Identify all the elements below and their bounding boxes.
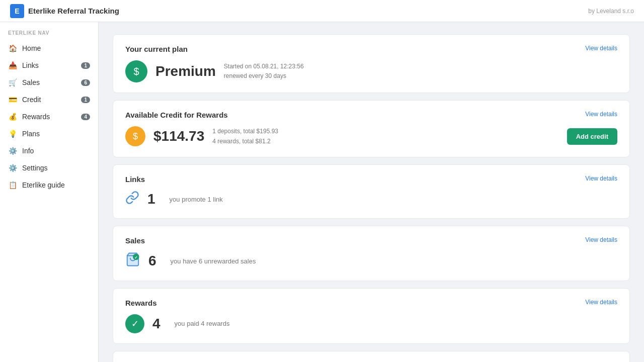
sidebar-home-label: Home bbox=[22, 44, 90, 52]
sidebar-info-label: Info bbox=[22, 147, 90, 155]
links-description: you promote 1 link bbox=[170, 196, 223, 203]
links-card-header: Links View details bbox=[125, 175, 617, 184]
credit-rewards: 4 rewards, total $81.2 bbox=[212, 136, 278, 146]
sales-badge: 6 bbox=[81, 79, 90, 86]
credit-card: Available Credit for Rewards View detail… bbox=[113, 100, 630, 157]
plans-icon: 💡 bbox=[8, 129, 17, 138]
plan-started: Started on 05.08.21, 12:23:56 bbox=[224, 62, 304, 71]
credit-card-title: Available Credit for Rewards bbox=[125, 111, 228, 119]
sidebar-item-rewards[interactable]: 💰 Rewards 4 bbox=[0, 108, 98, 125]
rewards-count: 4 bbox=[152, 316, 160, 332]
app-logo: E Eterlike Referral Tracking bbox=[10, 4, 119, 18]
guide-icon: 📋 bbox=[8, 180, 17, 190]
sales-view-details[interactable]: View details bbox=[585, 236, 617, 243]
sales-card-title: Sales bbox=[125, 236, 145, 245]
links-icon: 📥 bbox=[8, 61, 17, 70]
sidebar-rewards-label: Rewards bbox=[22, 113, 76, 121]
topbar-left: E Eterlike Referral Tracking bbox=[10, 4, 119, 18]
rewards-card-header: Rewards View details bbox=[125, 299, 617, 307]
rewards-description: you paid 4 rewards bbox=[175, 320, 230, 327]
settings-card: Settings View details Confirm rewards ma… bbox=[113, 351, 630, 362]
sidebar-item-info[interactable]: ⚙️ Info bbox=[0, 142, 98, 159]
topbar: E Eterlike Referral Tracking by Leveland… bbox=[0, 0, 644, 22]
plan-card-title: Your current plan bbox=[125, 45, 188, 53]
sidebar-item-sales[interactable]: 🛒 Sales 6 bbox=[0, 74, 98, 91]
plan-card: Your current plan View details $ Premium… bbox=[113, 34, 630, 93]
sales-card-body: ✓ 6 you have 6 unrewarded sales bbox=[125, 252, 617, 270]
rewards-icon: 💰 bbox=[8, 112, 17, 121]
links-card-body: 1 you promote 1 link bbox=[125, 191, 617, 208]
sidebar-item-settings[interactable]: ⚙️ Settings bbox=[0, 159, 98, 176]
sidebar-item-plans[interactable]: 💡 Plans bbox=[0, 125, 98, 142]
credit-icon: 💳 bbox=[8, 95, 17, 104]
rewards-card: Rewards View details ✓ 4 you paid 4 rewa… bbox=[113, 288, 630, 344]
plan-renewed: renewed every 30 days bbox=[224, 71, 304, 81]
link-icon bbox=[125, 191, 139, 208]
sidebar: ETERLIKE NAV 🏠 Home 📥 Links 1 🛒 Sales 6 … bbox=[0, 22, 99, 362]
main-content: Your current plan View details $ Premium… bbox=[99, 22, 644, 362]
sidebar-item-links[interactable]: 📥 Links 1 bbox=[0, 57, 98, 74]
credit-badge: 1 bbox=[81, 97, 90, 103]
logo-icon: E bbox=[10, 4, 24, 18]
home-icon: 🏠 bbox=[8, 44, 17, 53]
plan-card-body: $ Premium Started on 05.08.21, 12:23:56 … bbox=[125, 60, 617, 82]
sidebar-credit-label: Credit bbox=[22, 96, 76, 104]
sales-count: 6 bbox=[148, 253, 156, 269]
credit-amount: $114.73 bbox=[153, 128, 204, 144]
credit-card-header: Available Credit for Rewards View detail… bbox=[125, 111, 617, 119]
app-title: Eterlike Referral Tracking bbox=[28, 7, 119, 15]
sales-description: you have 6 unrewarded sales bbox=[171, 257, 256, 265]
sidebar-links-label: Links bbox=[22, 61, 76, 69]
links-view-details[interactable]: View details bbox=[585, 175, 617, 182]
sidebar-plans-label: Plans bbox=[22, 130, 90, 138]
topbar-by: by Leveland s.r.o bbox=[588, 8, 634, 15]
links-card: Links View details 1 you promote 1 link bbox=[113, 164, 630, 219]
plan-view-details[interactable]: View details bbox=[585, 45, 617, 52]
sidebar-guide-label: Eterlike guide bbox=[22, 181, 90, 189]
rewards-card-body: ✓ 4 you paid 4 rewards bbox=[125, 314, 617, 333]
plan-card-header: Your current plan View details bbox=[125, 45, 617, 53]
links-count: 1 bbox=[147, 191, 155, 207]
credit-card-body: $ $114.73 1 deposits, total $195.93 4 re… bbox=[125, 126, 617, 147]
rewards-check-icon: ✓ bbox=[125, 314, 144, 333]
add-credit-button[interactable]: Add credit bbox=[567, 128, 617, 145]
credit-view-details[interactable]: View details bbox=[585, 111, 617, 118]
plan-icon: $ bbox=[125, 60, 147, 82]
sidebar-item-credit[interactable]: 💳 Credit 1 bbox=[0, 91, 98, 108]
rewards-view-details[interactable]: View details bbox=[585, 299, 617, 306]
links-card-title: Links bbox=[125, 175, 145, 184]
credit-amount-icon: $ bbox=[125, 126, 145, 146]
credit-meta: 1 deposits, total $195.93 4 rewards, tot… bbox=[212, 126, 278, 147]
sidebar-item-guide[interactable]: 📋 Eterlike guide bbox=[0, 176, 98, 194]
plan-meta: Started on 05.08.21, 12:23:56 renewed ev… bbox=[224, 62, 304, 81]
sidebar-nav-label: ETERLIKE NAV bbox=[0, 30, 98, 40]
sales-icon: 🛒 bbox=[8, 78, 17, 87]
plan-name: Premium bbox=[155, 63, 216, 79]
main-layout: ETERLIKE NAV 🏠 Home 📥 Links 1 🛒 Sales 6 … bbox=[0, 22, 644, 362]
cart-icon: ✓ bbox=[125, 252, 140, 270]
rewards-badge: 4 bbox=[81, 114, 90, 120]
info-icon: ⚙️ bbox=[8, 146, 17, 155]
credit-deposits: 1 deposits, total $195.93 bbox=[212, 126, 278, 136]
sales-card-header: Sales View details bbox=[125, 236, 617, 245]
sidebar-item-home[interactable]: 🏠 Home bbox=[0, 40, 98, 57]
sidebar-sales-label: Sales bbox=[22, 78, 76, 86]
sidebar-settings-label: Settings bbox=[22, 164, 90, 172]
settings-icon: ⚙️ bbox=[8, 163, 17, 172]
svg-text:✓: ✓ bbox=[134, 255, 138, 260]
links-badge: 1 bbox=[81, 62, 90, 69]
sales-card: Sales View details ✓ 6 you have 6 unrewa… bbox=[113, 226, 630, 281]
rewards-card-title: Rewards bbox=[125, 299, 157, 307]
